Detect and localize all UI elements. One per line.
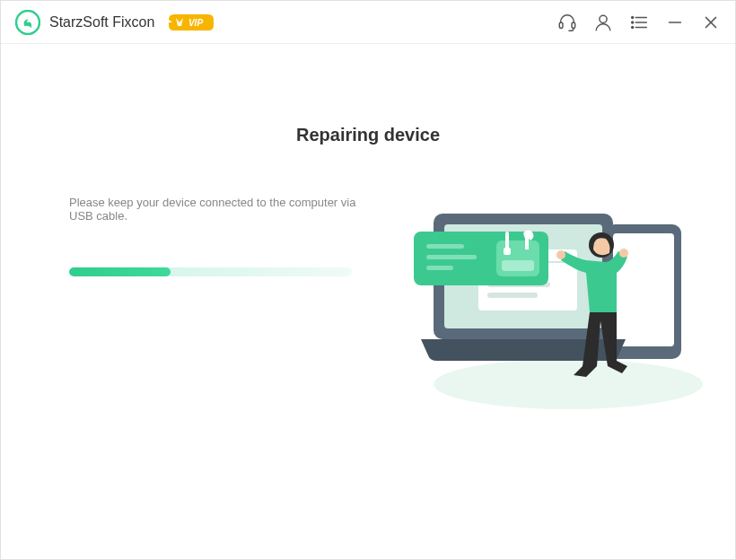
main-content: Repairing device Please keep your device… bbox=[1, 44, 735, 559]
titlebar: StarzSoft Fixcon VIP bbox=[1, 1, 735, 44]
svg-rect-30 bbox=[426, 266, 453, 270]
vip-badge[interactable]: VIP bbox=[169, 13, 214, 32]
account-icon[interactable] bbox=[593, 13, 613, 32]
svg-rect-34 bbox=[504, 248, 511, 255]
svg-point-5 bbox=[632, 16, 634, 18]
app-logo-icon bbox=[15, 10, 40, 35]
minimize-icon[interactable] bbox=[665, 13, 685, 32]
support-icon[interactable] bbox=[557, 13, 577, 32]
close-icon[interactable] bbox=[701, 13, 721, 32]
svg-rect-29 bbox=[426, 255, 477, 259]
content-row: Please keep your device connected to the… bbox=[1, 196, 735, 411]
svg-rect-28 bbox=[426, 244, 464, 249]
repair-illustration bbox=[398, 196, 703, 411]
svg-rect-2 bbox=[559, 22, 563, 28]
svg-rect-33 bbox=[505, 232, 509, 249]
menu-icon[interactable] bbox=[629, 13, 649, 32]
svg-point-9 bbox=[632, 26, 634, 28]
svg-text:VIP: VIP bbox=[188, 18, 203, 28]
svg-point-7 bbox=[632, 22, 634, 23]
left-column: Please keep your device connected to the… bbox=[1, 196, 398, 276]
progress-bar bbox=[69, 267, 352, 276]
titlebar-controls bbox=[557, 13, 721, 32]
svg-rect-26 bbox=[487, 293, 538, 298]
svg-point-36 bbox=[556, 250, 565, 259]
instruction-text: Please keep your device connected to the… bbox=[69, 196, 380, 223]
svg-point-14 bbox=[434, 359, 703, 409]
svg-point-37 bbox=[619, 249, 628, 258]
svg-point-4 bbox=[600, 15, 607, 22]
titlebar-left: StarzSoft Fixcon VIP bbox=[15, 10, 214, 35]
page-heading: Repairing device bbox=[296, 125, 440, 145]
svg-rect-32 bbox=[502, 260, 534, 271]
svg-rect-3 bbox=[572, 22, 575, 28]
app-title: StarzSoft Fixcon bbox=[49, 14, 154, 31]
progress-fill bbox=[69, 267, 171, 276]
